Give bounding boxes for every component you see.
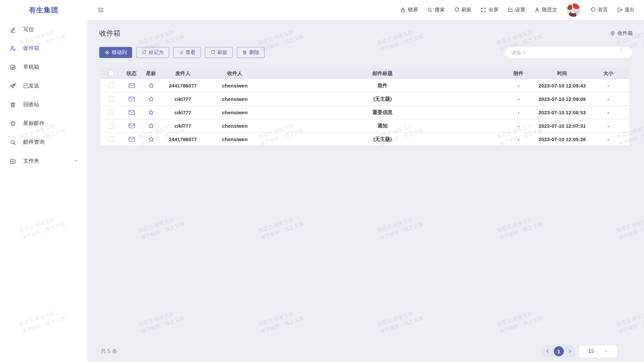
header-sender: 发件人 [161,70,205,77]
page-size-select[interactable]: 15 [579,346,617,357]
tag-icon [142,50,147,55]
star-icon[interactable] [148,109,154,116]
total-count: 共 5 条 [101,348,117,355]
attachment-cell: - [500,136,537,142]
action-label: 退出 [625,7,635,13]
action-label: 首页 [598,7,608,13]
button-label: 移动到 [112,49,127,56]
sidebar-item-label: 邮件查询 [23,139,45,146]
row-checkbox[interactable] [109,110,114,115]
edit-square-icon [507,7,513,13]
action-label: 刷新 [462,7,472,13]
move-to-button[interactable]: 移动到 [99,47,132,58]
size-cell: - [587,96,629,102]
sidebar-item-sent[interactable]: 已发送 [0,76,87,95]
logout-icon [617,7,623,13]
header-attachment: 附件 [500,70,537,77]
content-header: 收件箱 收件箱 [87,20,644,38]
row-checkbox[interactable] [109,136,114,142]
page-number-button[interactable]: 1 [554,346,564,356]
sidebar-item-label: 回收站 [23,101,39,108]
delete-button[interactable]: 删除 [237,47,265,58]
search-button[interactable]: 搜索 [427,7,445,13]
sidebar-item-drafts[interactable]: 草稿箱 [0,58,87,76]
refresh-button[interactable]: 刷新 [454,7,472,13]
action-label: 设置 [515,7,525,13]
user-menu[interactable]: 陈思文 [534,7,557,13]
list-icon [178,50,183,55]
sidebar-item-folders[interactable]: 文件夹 [0,152,87,170]
search-input[interactable] [505,47,632,58]
sidebar-item-label: 已发送 [23,82,39,89]
button-label: 标记为 [149,49,164,56]
breadcrumb: 收件箱 [610,30,633,37]
refresh-list-button[interactable]: 刷新 [205,47,233,58]
sender-cell: cikl777 [161,96,205,102]
star-icon[interactable] [148,96,154,102]
sidebar-item-trash[interactable]: 回收站 [0,95,87,114]
mail-table: 状态 星标 发件人 收件人 邮件标题 附件 时间 大小 2441786077 c… [101,68,629,146]
view-button[interactable]: 查看 [173,47,201,58]
table-body: 2441786077 chensiwen 急件 - 2023-07-10 12:… [101,79,629,146]
fullscreen-button[interactable]: 全屏 [481,7,498,13]
settings-button[interactable]: 设置 [507,7,525,13]
avatar[interactable] [567,3,580,17]
button-label: 删除 [249,49,259,56]
star-icon[interactable] [148,123,154,129]
sidebar-item-inbox[interactable]: 收件箱 [0,39,87,58]
table-row[interactable]: cikl777 chensiwen 重要信息 - 2023-07-10 12:0… [101,106,629,119]
table-row[interactable]: 2441786077 chensiwen (无主题) - 2023-07-10 … [101,133,629,146]
paper-plane-icon [10,83,16,89]
person-icon [534,7,540,13]
pencil-icon [10,26,16,33]
sidebar-item-starred[interactable]: 星标邮件 [0,114,87,133]
button-label: 刷新 [217,49,227,56]
sidebar-item-compose[interactable]: 写信 [0,20,87,39]
sidebar-item-mail-search[interactable]: 邮件查询 [0,133,87,152]
table-row[interactable]: 2441786077 chensiwen 急件 - 2023-07-10 12:… [101,79,629,93]
chevron-down-icon [603,349,608,354]
row-checkbox[interactable] [109,83,114,88]
row-checkbox[interactable] [109,123,114,128]
action-label: 锁屏 [408,7,418,13]
header-status: 状态 [122,70,141,77]
recipient-cell: chensiwen [205,123,265,129]
logout-button[interactable]: 退出 [617,7,635,13]
lock-screen-button[interactable]: 锁屏 [400,7,418,13]
attachment-cell: - [500,110,537,115]
mail-unread-icon [128,137,135,142]
attachment-cell: - [500,96,537,102]
chevron-down-icon [74,159,78,163]
subject-cell: 急件 [265,82,500,89]
action-label: 搜索 [435,7,445,13]
time-cell: 2023-07-10 12:08:53 [537,110,587,115]
mark-as-button[interactable]: 标记为 [136,47,169,58]
topbar: 锁屏 搜索 刷新 全屏 设置 陈思文 首页 退出 [87,0,644,20]
search-icon [427,7,433,13]
pagination: 1 15 [541,345,617,358]
next-page-button[interactable] [566,348,574,355]
home-button[interactable]: 首页 [590,7,608,13]
time-cell: 2023-07-10 12:09:43 [537,83,587,88]
star-icon[interactable] [148,136,154,142]
inbox-receive-icon [10,45,16,52]
recipient-cell: chensiwen [205,136,265,142]
recipient-cell: chensiwen [205,110,265,115]
row-checkbox[interactable] [109,96,114,102]
time-cell: 2023-07-10 12:07:31 [537,123,587,129]
menu-fold-icon[interactable] [97,6,104,13]
table-row[interactable]: cikl777 chensiwen (无主题) - 2023-07-10 12:… [101,93,629,106]
size-cell: - [587,123,629,129]
sidebar-menu: 写信 收件箱 草稿箱 已发送 回收站 星标邮件 邮件查询 文件夹 [0,20,87,170]
select-all-checkbox[interactable] [109,71,114,76]
main-content: 收件箱 收件箱 移动到 标记为 查看 刷新 删除 [87,20,644,362]
star-icon[interactable] [148,82,154,89]
header-size: 大小 [587,70,629,77]
attachment-cell: - [500,123,537,129]
chevron-left-icon [545,349,550,354]
prev-page-button[interactable] [544,348,551,355]
size-cell: - [587,136,629,142]
sidebar-item-label: 草稿箱 [23,64,39,71]
draft-icon [10,64,16,70]
table-row[interactable]: cikl777 chensiwen 通知 - 2023-07-10 12:07:… [101,119,629,133]
